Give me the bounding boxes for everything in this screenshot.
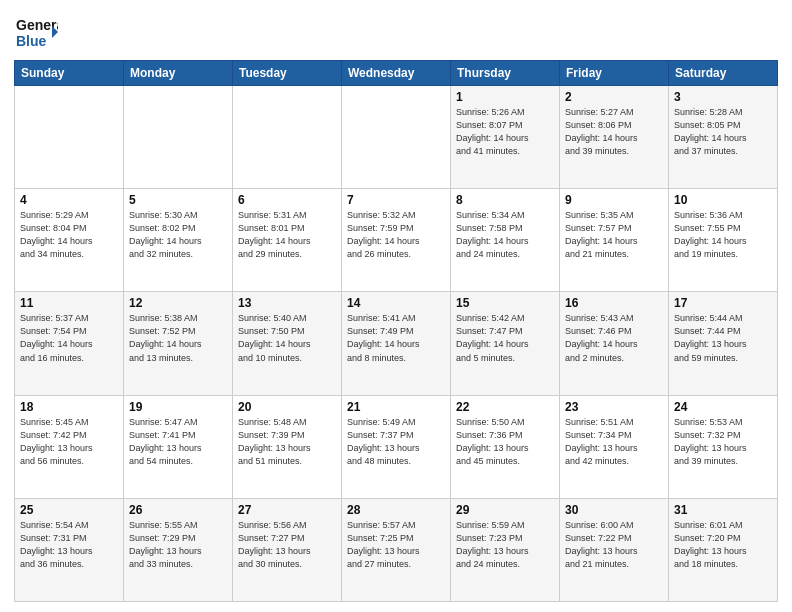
day-cell: 12Sunrise: 5:38 AM Sunset: 7:52 PM Dayli… (124, 292, 233, 395)
day-detail: Sunrise: 5:26 AM Sunset: 8:07 PM Dayligh… (456, 106, 554, 158)
day-cell: 29Sunrise: 5:59 AM Sunset: 7:23 PM Dayli… (451, 498, 560, 601)
day-number: 1 (456, 90, 554, 104)
day-detail: Sunrise: 5:37 AM Sunset: 7:54 PM Dayligh… (20, 312, 118, 364)
dow-tuesday: Tuesday (233, 61, 342, 86)
day-cell: 20Sunrise: 5:48 AM Sunset: 7:39 PM Dayli… (233, 395, 342, 498)
day-number: 26 (129, 503, 227, 517)
day-detail: Sunrise: 5:30 AM Sunset: 8:02 PM Dayligh… (129, 209, 227, 261)
dow-wednesday: Wednesday (342, 61, 451, 86)
day-number: 28 (347, 503, 445, 517)
day-detail: Sunrise: 5:29 AM Sunset: 8:04 PM Dayligh… (20, 209, 118, 261)
day-number: 24 (674, 400, 772, 414)
day-cell: 4Sunrise: 5:29 AM Sunset: 8:04 PM Daylig… (15, 189, 124, 292)
day-number: 3 (674, 90, 772, 104)
day-number: 10 (674, 193, 772, 207)
day-number: 21 (347, 400, 445, 414)
week-row-1: 4Sunrise: 5:29 AM Sunset: 8:04 PM Daylig… (15, 189, 778, 292)
day-cell: 23Sunrise: 5:51 AM Sunset: 7:34 PM Dayli… (560, 395, 669, 498)
day-cell: 17Sunrise: 5:44 AM Sunset: 7:44 PM Dayli… (669, 292, 778, 395)
day-number: 11 (20, 296, 118, 310)
day-number: 15 (456, 296, 554, 310)
day-detail: Sunrise: 5:53 AM Sunset: 7:32 PM Dayligh… (674, 416, 772, 468)
day-number: 14 (347, 296, 445, 310)
day-cell: 1Sunrise: 5:26 AM Sunset: 8:07 PM Daylig… (451, 86, 560, 189)
day-number: 18 (20, 400, 118, 414)
day-detail: Sunrise: 5:41 AM Sunset: 7:49 PM Dayligh… (347, 312, 445, 364)
day-detail: Sunrise: 5:34 AM Sunset: 7:58 PM Dayligh… (456, 209, 554, 261)
dow-thursday: Thursday (451, 61, 560, 86)
day-cell: 21Sunrise: 5:49 AM Sunset: 7:37 PM Dayli… (342, 395, 451, 498)
week-row-4: 25Sunrise: 5:54 AM Sunset: 7:31 PM Dayli… (15, 498, 778, 601)
day-cell: 3Sunrise: 5:28 AM Sunset: 8:05 PM Daylig… (669, 86, 778, 189)
day-number: 17 (674, 296, 772, 310)
day-detail: Sunrise: 5:44 AM Sunset: 7:44 PM Dayligh… (674, 312, 772, 364)
logo: General Blue (14, 10, 58, 54)
day-detail: Sunrise: 5:32 AM Sunset: 7:59 PM Dayligh… (347, 209, 445, 261)
day-detail: Sunrise: 5:27 AM Sunset: 8:06 PM Dayligh… (565, 106, 663, 158)
day-detail: Sunrise: 5:43 AM Sunset: 7:46 PM Dayligh… (565, 312, 663, 364)
day-detail: Sunrise: 5:59 AM Sunset: 7:23 PM Dayligh… (456, 519, 554, 571)
day-detail: Sunrise: 5:47 AM Sunset: 7:41 PM Dayligh… (129, 416, 227, 468)
day-cell: 25Sunrise: 5:54 AM Sunset: 7:31 PM Dayli… (15, 498, 124, 601)
day-cell: 19Sunrise: 5:47 AM Sunset: 7:41 PM Dayli… (124, 395, 233, 498)
day-number: 22 (456, 400, 554, 414)
day-cell: 9Sunrise: 5:35 AM Sunset: 7:57 PM Daylig… (560, 189, 669, 292)
day-number: 12 (129, 296, 227, 310)
day-detail: Sunrise: 5:54 AM Sunset: 7:31 PM Dayligh… (20, 519, 118, 571)
dow-friday: Friday (560, 61, 669, 86)
svg-text:General: General (16, 17, 58, 33)
day-number: 30 (565, 503, 663, 517)
day-cell: 22Sunrise: 5:50 AM Sunset: 7:36 PM Dayli… (451, 395, 560, 498)
day-cell: 31Sunrise: 6:01 AM Sunset: 7:20 PM Dayli… (669, 498, 778, 601)
day-detail: Sunrise: 5:48 AM Sunset: 7:39 PM Dayligh… (238, 416, 336, 468)
day-cell: 28Sunrise: 5:57 AM Sunset: 7:25 PM Dayli… (342, 498, 451, 601)
day-detail: Sunrise: 5:40 AM Sunset: 7:50 PM Dayligh… (238, 312, 336, 364)
day-number: 5 (129, 193, 227, 207)
day-number: 19 (129, 400, 227, 414)
day-detail: Sunrise: 5:36 AM Sunset: 7:55 PM Dayligh… (674, 209, 772, 261)
day-number: 9 (565, 193, 663, 207)
day-detail: Sunrise: 5:57 AM Sunset: 7:25 PM Dayligh… (347, 519, 445, 571)
day-number: 8 (456, 193, 554, 207)
day-number: 29 (456, 503, 554, 517)
dow-monday: Monday (124, 61, 233, 86)
day-detail: Sunrise: 5:45 AM Sunset: 7:42 PM Dayligh… (20, 416, 118, 468)
day-number: 2 (565, 90, 663, 104)
day-number: 16 (565, 296, 663, 310)
logo-svg: General Blue (14, 10, 58, 54)
day-number: 23 (565, 400, 663, 414)
day-number: 31 (674, 503, 772, 517)
svg-text:Blue: Blue (16, 33, 47, 49)
day-cell: 24Sunrise: 5:53 AM Sunset: 7:32 PM Dayli… (669, 395, 778, 498)
header: General Blue (14, 10, 778, 54)
week-row-3: 18Sunrise: 5:45 AM Sunset: 7:42 PM Dayli… (15, 395, 778, 498)
day-cell: 8Sunrise: 5:34 AM Sunset: 7:58 PM Daylig… (451, 189, 560, 292)
day-detail: Sunrise: 5:55 AM Sunset: 7:29 PM Dayligh… (129, 519, 227, 571)
day-detail: Sunrise: 5:31 AM Sunset: 8:01 PM Dayligh… (238, 209, 336, 261)
day-detail: Sunrise: 5:28 AM Sunset: 8:05 PM Dayligh… (674, 106, 772, 158)
day-of-week-header: SundayMondayTuesdayWednesdayThursdayFrid… (15, 61, 778, 86)
day-detail: Sunrise: 5:49 AM Sunset: 7:37 PM Dayligh… (347, 416, 445, 468)
day-cell (15, 86, 124, 189)
day-cell: 26Sunrise: 5:55 AM Sunset: 7:29 PM Dayli… (124, 498, 233, 601)
day-cell: 13Sunrise: 5:40 AM Sunset: 7:50 PM Dayli… (233, 292, 342, 395)
day-detail: Sunrise: 5:42 AM Sunset: 7:47 PM Dayligh… (456, 312, 554, 364)
calendar: SundayMondayTuesdayWednesdayThursdayFrid… (14, 60, 778, 602)
day-detail: Sunrise: 6:00 AM Sunset: 7:22 PM Dayligh… (565, 519, 663, 571)
day-cell: 16Sunrise: 5:43 AM Sunset: 7:46 PM Dayli… (560, 292, 669, 395)
day-cell: 2Sunrise: 5:27 AM Sunset: 8:06 PM Daylig… (560, 86, 669, 189)
week-row-0: 1Sunrise: 5:26 AM Sunset: 8:07 PM Daylig… (15, 86, 778, 189)
day-cell (342, 86, 451, 189)
day-detail: Sunrise: 5:56 AM Sunset: 7:27 PM Dayligh… (238, 519, 336, 571)
day-cell: 27Sunrise: 5:56 AM Sunset: 7:27 PM Dayli… (233, 498, 342, 601)
day-detail: Sunrise: 5:38 AM Sunset: 7:52 PM Dayligh… (129, 312, 227, 364)
day-number: 20 (238, 400, 336, 414)
day-number: 13 (238, 296, 336, 310)
day-cell: 18Sunrise: 5:45 AM Sunset: 7:42 PM Dayli… (15, 395, 124, 498)
day-cell: 15Sunrise: 5:42 AM Sunset: 7:47 PM Dayli… (451, 292, 560, 395)
day-cell (124, 86, 233, 189)
dow-saturday: Saturday (669, 61, 778, 86)
day-cell: 14Sunrise: 5:41 AM Sunset: 7:49 PM Dayli… (342, 292, 451, 395)
day-number: 25 (20, 503, 118, 517)
day-number: 27 (238, 503, 336, 517)
